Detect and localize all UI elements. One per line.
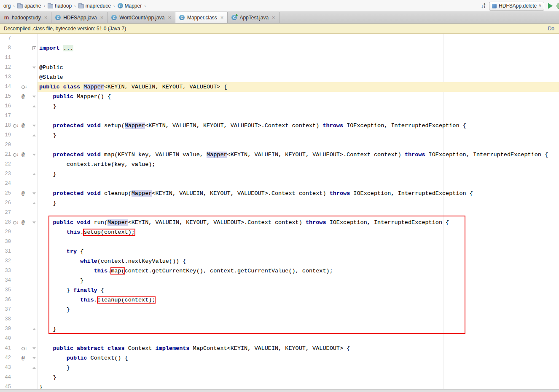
fold-marker[interactable]	[32, 221, 36, 224]
fold-marker[interactable]	[32, 125, 36, 127]
code-line-43: 43 }	[0, 363, 559, 373]
code-text[interactable]: @Stable	[38, 72, 559, 82]
fold-marker[interactable]	[32, 173, 36, 175]
fold-marker[interactable]	[32, 96, 36, 98]
fold-marker[interactable]	[32, 347, 36, 349]
annotation-at-icon[interactable]: @	[22, 353, 25, 363]
tab-HDFSApp.java[interactable]: CHDFSApp.java×	[51, 12, 108, 23]
annotation-at-icon[interactable]: @	[22, 121, 25, 131]
code-text[interactable]: }	[38, 131, 559, 140]
annotation-at-icon[interactable]: @	[22, 218, 25, 227]
code-text[interactable]: this.cleanup(context);	[38, 295, 559, 305]
overridden-marker-icon[interactable]	[22, 82, 27, 92]
fold-marker[interactable]	[32, 154, 36, 156]
gutter-cell: 30	[0, 237, 38, 247]
close-tab-icon[interactable]: ×	[100, 14, 104, 21]
code-text[interactable]: public Context() {	[38, 353, 559, 363]
close-tab-icon[interactable]: ×	[168, 14, 171, 21]
code-text[interactable]: }	[38, 305, 559, 315]
code-text[interactable]: }	[38, 363, 559, 373]
code-text[interactable]	[38, 334, 559, 344]
fold-marker[interactable]	[32, 202, 36, 204]
code-text[interactable]: }	[38, 101, 559, 111]
fold-marker[interactable]	[32, 367, 36, 369]
tab-WordCountApp.java[interactable]: CWordCountApp.java×	[108, 12, 175, 23]
code-text[interactable]: protected void cleanup(Mapper<KEYIN, VAL…	[38, 189, 559, 198]
code-text[interactable]: @Public	[38, 63, 559, 72]
overridden-marker-icon[interactable]	[13, 150, 19, 160]
tab-AppTest.java[interactable]: CAppTest.java×	[228, 12, 279, 23]
code-text[interactable]	[38, 179, 559, 189]
fold-marker[interactable]: +	[32, 46, 36, 50]
breadcrumb-item-Mapper[interactable]: CMapper	[117, 3, 143, 9]
annotation-at-icon[interactable]: @	[22, 189, 25, 198]
code-text[interactable]: public abstract class Context implements…	[38, 344, 559, 353]
code-text[interactable]: protected void map(KEYIN key, VALUEIN va…	[38, 150, 559, 160]
breadcrumb-item-org[interactable]: org	[3, 3, 11, 9]
annotation-at-icon[interactable]: @	[22, 150, 25, 160]
fold-marker[interactable]	[32, 134, 36, 136]
run-configuration-select[interactable]: HDFSApp.delete ˅	[489, 2, 544, 11]
close-tab-icon[interactable]: ×	[44, 14, 48, 21]
code-text[interactable]	[38, 53, 559, 63]
decompiled-banner: Decompiled .class file, bytecode version…	[0, 24, 559, 34]
tab-hadoopstudy[interactable]: mhadoopstudy×	[0, 12, 51, 23]
code-text[interactable]: }	[38, 276, 559, 285]
code-text[interactable]: public Mapper() {	[38, 92, 559, 101]
class-icon: C	[118, 3, 123, 8]
overridden-marker-icon[interactable]	[13, 121, 19, 131]
sort-descending-icon[interactable]: ↓ 9 1	[481, 3, 485, 9]
fold-marker[interactable]	[32, 67, 36, 69]
code-text[interactable]: }	[38, 373, 559, 382]
horizontal-scrollbar[interactable]	[0, 389, 559, 392]
breadcrumb-item-apache[interactable]: apache	[16, 3, 42, 9]
code-text[interactable]	[38, 237, 559, 247]
code-text[interactable]	[38, 208, 559, 218]
code-text[interactable]: import ...	[38, 43, 559, 53]
line-number: 40	[3, 334, 11, 344]
fold-marker[interactable]	[32, 357, 36, 359]
code-line-40: 40	[0, 334, 559, 344]
code-text[interactable]	[38, 315, 559, 324]
fold-marker[interactable]	[32, 105, 36, 107]
code-text[interactable]: while(context.nextKeyValue()) {	[38, 256, 559, 266]
line-number: 25	[3, 189, 11, 198]
banner-link[interactable]: Do	[548, 26, 555, 32]
code-text[interactable]: } finally {	[38, 285, 559, 295]
code-text[interactable]: }	[38, 324, 559, 334]
close-tab-icon[interactable]: ×	[220, 14, 224, 21]
code-text[interactable]: this.setup(context);	[38, 227, 559, 237]
class-icon: C	[179, 15, 185, 20]
overridden-marker-icon[interactable]	[22, 344, 27, 353]
run-button[interactable]	[548, 3, 553, 9]
code-line-24: 24	[0, 179, 559, 189]
gutter-cell: 37	[0, 305, 38, 315]
code-text[interactable]: this.map(context.getCurrentKey(), contex…	[38, 266, 559, 276]
gutter-cell: 38	[0, 315, 38, 324]
code-text[interactable]: public void run(Mapper<KEYIN, VALUEIN, K…	[38, 218, 559, 227]
code-line-39: 39 }	[0, 324, 559, 334]
line-number: 18	[3, 121, 11, 131]
code-text[interactable]: }	[38, 198, 559, 208]
breadcrumb-item-mapreduce[interactable]: mapreduce	[78, 3, 112, 9]
breadcrumb: org›apache›hadoop›mapreduce›CMapper›	[3, 3, 148, 9]
breadcrumb-label: hadoop	[55, 3, 72, 9]
breadcrumb-item-hadoop[interactable]: hadoop	[47, 3, 73, 9]
annotation-at-icon[interactable]: @	[22, 92, 25, 101]
line-number: 31	[3, 247, 11, 256]
overridden-marker-icon[interactable]	[13, 218, 19, 227]
tab-Mapper.class[interactable]: CMapper.class×	[175, 12, 228, 23]
code-text[interactable]	[38, 140, 559, 150]
code-text[interactable]	[38, 111, 559, 121]
debug-icon-partial[interactable]	[556, 3, 559, 9]
fold-marker[interactable]	[32, 192, 36, 195]
code-text[interactable]	[38, 34, 559, 43]
code-line-21: 21@ protected void map(KEYIN key, VALUEI…	[0, 150, 559, 160]
close-tab-icon[interactable]: ×	[272, 14, 275, 21]
code-text[interactable]: public class Mapper<KEYIN, VALUEIN, KEYO…	[38, 82, 559, 92]
code-text[interactable]: try {	[38, 247, 559, 256]
code-text[interactable]: protected void setup(Mapper<KEYIN, VALUE…	[38, 121, 559, 131]
code-text[interactable]: context.write(key, value);	[38, 160, 559, 169]
fold-marker[interactable]	[32, 328, 36, 330]
code-text[interactable]: }	[38, 169, 559, 179]
